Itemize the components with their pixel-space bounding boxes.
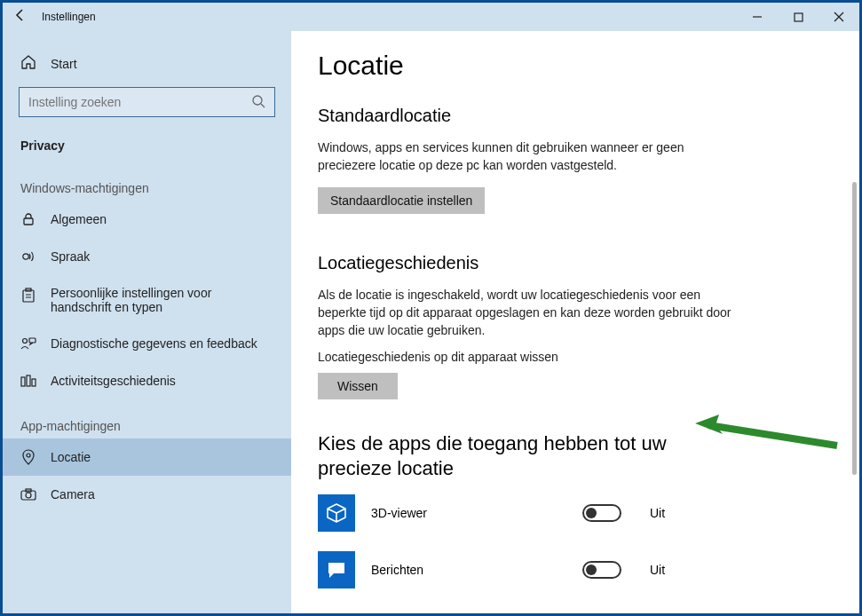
close-icon: [834, 12, 844, 22]
settings-window: Instellingen Start: [0, 0, 862, 616]
activity-icon: [20, 373, 36, 389]
minimize-icon: [752, 12, 763, 22]
sidebar-item-speech[interactable]: Spraak: [3, 238, 291, 275]
sidebar-item-label: Activiteitsgeschiedenis: [51, 374, 176, 388]
sidebar-item-label: Locatie: [51, 450, 91, 464]
sidebar-item-activity-history[interactable]: Activiteitsgeschiedenis: [3, 362, 291, 399]
svg-point-5: [23, 254, 28, 259]
section-app-access-heading: Kies de apps die toegang hebben tot uw p…: [318, 431, 735, 480]
scrollbar-thumb[interactable]: [852, 182, 857, 475]
cube-icon: [325, 501, 348, 525]
clipboard-icon: [20, 288, 36, 304]
camera-icon: [20, 486, 36, 502]
category-label: Privacy: [3, 130, 291, 162]
home-label: Start: [51, 57, 77, 71]
window-title: Instellingen: [38, 11, 96, 23]
toggle-state-label: Uit: [650, 506, 665, 520]
app-icon-3d-viewer: [318, 494, 355, 532]
clear-history-label: Locatiegeschiedenis op dit apparaat wiss…: [318, 350, 824, 364]
sidebar-item-label: Diagnostische gegevens en feedback: [51, 336, 257, 351]
svg-point-15: [27, 454, 30, 457]
arrow-left-icon: [13, 8, 28, 22]
speech-icon: [20, 249, 36, 265]
minimize-button[interactable]: [737, 3, 778, 31]
sidebar-item-inking[interactable]: Persoonlijke instellingen voor handschri…: [3, 275, 291, 325]
svg-rect-1: [795, 13, 803, 21]
content-area: Locatie Standaardlocatie Windows, apps e…: [291, 31, 859, 613]
svg-rect-6: [23, 290, 34, 302]
home-icon: [20, 54, 36, 73]
svg-point-17: [26, 493, 31, 498]
set-default-location-button[interactable]: Standaardlocatie instellen: [318, 187, 485, 214]
search-input[interactable]: [28, 95, 265, 109]
app-name: 3D-viewer: [371, 506, 566, 520]
app-name: Berichten: [371, 563, 566, 577]
sidebar-item-label: Spraak: [51, 249, 90, 264]
section-location-history-desc: Als de locatie is ingeschakeld, wordt uw…: [318, 286, 735, 340]
sidebar: Start Privacy Windows-machtigingen Algem…: [3, 31, 291, 613]
toggle-state-label: Uit: [650, 563, 665, 577]
sidebar-item-label: Persoonlijke instellingen voor handschri…: [51, 286, 273, 314]
toggle-3d-viewer[interactable]: [582, 504, 621, 522]
titlebar: Instellingen: [3, 3, 859, 31]
close-button[interactable]: [819, 3, 859, 31]
svg-point-10: [23, 339, 28, 344]
back-button[interactable]: [3, 8, 38, 26]
svg-line-3: [261, 104, 265, 107]
app-icon-messages: [318, 551, 355, 588]
svg-rect-13: [27, 375, 30, 386]
page-title: Locatie: [318, 51, 824, 81]
sidebar-item-label: Algemeen: [51, 212, 107, 226]
search-box[interactable]: [19, 87, 275, 117]
svg-rect-12: [21, 377, 25, 386]
clear-history-button[interactable]: Wissen: [318, 373, 398, 399]
chat-icon: [326, 559, 347, 580]
lock-icon: [20, 211, 36, 227]
sidebar-item-diagnostics[interactable]: Diagnostische gegevens en feedback: [3, 325, 291, 362]
app-row-messages: Berichten Uit: [318, 551, 824, 588]
location-icon: [20, 449, 36, 465]
scrollbar[interactable]: [847, 31, 859, 613]
svg-point-2: [253, 96, 262, 105]
sidebar-item-label: Camera: [51, 487, 95, 501]
svg-rect-14: [32, 379, 36, 386]
section-windows-permissions: Windows-machtigingen: [3, 162, 291, 201]
sidebar-item-general[interactable]: Algemeen: [3, 201, 291, 238]
maximize-icon: [794, 12, 803, 22]
section-location-history-heading: Locatiegeschiedenis: [318, 253, 824, 273]
home-button[interactable]: Start: [3, 45, 291, 82]
sidebar-item-camera[interactable]: Camera: [3, 476, 291, 513]
section-app-permissions: App-machtigingen: [3, 399, 291, 438]
section-default-location-heading: Standaardlocatie: [318, 106, 824, 126]
search-icon: [251, 94, 265, 112]
svg-rect-4: [24, 218, 33, 225]
toggle-messages[interactable]: [582, 561, 621, 579]
maximize-button[interactable]: [778, 3, 819, 31]
sidebar-item-location[interactable]: Locatie: [3, 438, 291, 476]
feedback-icon: [20, 336, 36, 351]
svg-rect-11: [29, 338, 36, 343]
app-row-3d-viewer: 3D-viewer Uit: [318, 494, 824, 532]
section-default-location-desc: Windows, apps en services kunnen dit geb…: [318, 138, 735, 175]
